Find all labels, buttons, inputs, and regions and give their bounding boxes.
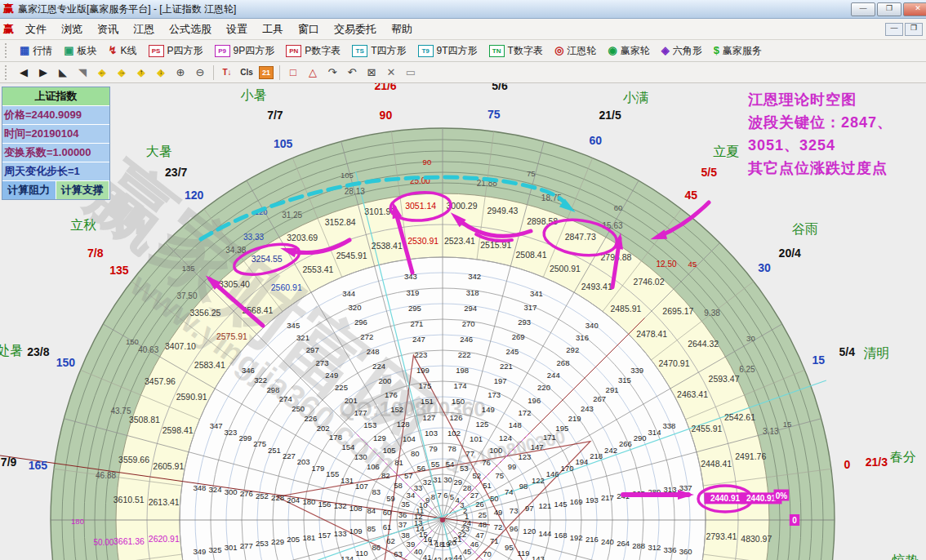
screen-button[interactable]: ▭ [401, 64, 421, 81]
svg-text:53: 53 [460, 464, 469, 473]
toolbar-button-grid[interactable]: ▦行情 [14, 42, 58, 60]
svg-text:2583.41: 2583.41 [194, 360, 225, 370]
svg-text:192: 192 [570, 533, 583, 542]
toolbar-button-hexagon[interactable]: ◈六角形 [656, 42, 708, 60]
toolbar-label: P四方形 [167, 44, 203, 58]
p9-icon: P9 [215, 45, 230, 57]
svg-text:125: 125 [475, 420, 488, 429]
minimize-button[interactable]: — [851, 2, 875, 16]
toolbar-button-kline[interactable]: ↯K线 [103, 42, 143, 60]
calc-support-button[interactable]: 计算支撑 [56, 181, 110, 199]
svg-text:75: 75 [487, 108, 501, 121]
svg-text:101: 101 [470, 434, 483, 443]
square-tool-button[interactable]: □ [283, 64, 303, 81]
mdi-minimize-button[interactable]: — [885, 23, 903, 36]
main-toolbar: ▦行情▣板块↯K线PSP四方形P99P四方形PNP数字表TST四方形T99T四方… [0, 40, 926, 62]
svg-text:272: 272 [360, 332, 373, 341]
svg-text:小暑: 小暑 [241, 88, 267, 102]
menu-items: 文件浏览资讯江恩公式选股设置工具窗口交易委托帮助 [18, 20, 420, 38]
svg-text:2695.17: 2695.17 [662, 306, 693, 316]
svg-text:129: 129 [373, 433, 386, 442]
converge-button[interactable]: ✕ [381, 64, 401, 81]
menu-item-5[interactable]: 设置 [219, 20, 255, 38]
pan-right-button[interactable]: ▶ [33, 64, 53, 81]
toolbar-button-tn[interactable]: TNT数字表 [483, 42, 549, 60]
svg-text:251: 251 [268, 446, 281, 455]
toolbar-button-gann-wheel[interactable]: ◎江恩轮 [549, 42, 602, 60]
menu-item-7[interactable]: 窗口 [291, 20, 327, 38]
svg-text:46: 46 [470, 540, 479, 549]
close-button[interactable]: ✕ [903, 2, 926, 16]
svg-text:337: 337 [679, 483, 692, 492]
svg-text:86: 86 [372, 543, 381, 552]
menu-item-3[interactable]: 江恩 [126, 20, 162, 38]
svg-text:107: 107 [355, 482, 368, 491]
menu-bar: 赢 文件浏览资讯江恩公式选股设置工具窗口交易委托帮助 — ❐ [0, 19, 926, 40]
svg-text:323: 323 [225, 428, 238, 437]
svg-text:3051.14: 3051.14 [405, 201, 436, 211]
svg-text:立秋: 立秋 [70, 218, 96, 232]
step-down-button[interactable]: ◆↓ [151, 64, 171, 81]
mdi-restore-button[interactable]: ❐ [905, 23, 923, 36]
cls-button[interactable]: Cls [237, 64, 256, 81]
svg-text:223: 223 [414, 350, 427, 359]
menu-item-0[interactable]: 文件 [18, 20, 54, 38]
svg-text:296: 296 [354, 318, 367, 327]
menu-item-2[interactable]: 资讯 [90, 20, 126, 38]
toolbar-button-ps[interactable]: PSP四方形 [143, 42, 209, 60]
triangle-tool-button[interactable]: △ [303, 64, 323, 81]
updown-button[interactable]: T↓ [217, 64, 237, 81]
svg-text:3203.69: 3203.69 [287, 233, 318, 242]
svg-text:321: 321 [296, 333, 309, 342]
menu-item-4[interactable]: 公式选股 [162, 20, 219, 38]
svg-text:179: 179 [312, 464, 325, 473]
svg-text:5: 5 [450, 492, 454, 501]
svg-text:75: 75 [527, 169, 536, 178]
svg-text:221: 221 [500, 362, 513, 371]
rotate-cw-button[interactable]: ↷ [323, 64, 342, 81]
toolbar-button-p9[interactable]: P99P四方形 [209, 42, 281, 60]
svg-text:73: 73 [510, 506, 519, 515]
toolbar-button-blocks[interactable]: ▣板块 [58, 42, 102, 60]
toolbar-button-service[interactable]: $赢家服务 [708, 42, 768, 60]
svg-text:222: 222 [458, 350, 471, 359]
pan-left-button[interactable]: ◀ [14, 64, 33, 81]
tri-dark-button[interactable]: ◣ [53, 64, 73, 81]
svg-text:124: 124 [499, 433, 512, 442]
toolbar-button-winner-wheel[interactable]: ◉赢家轮 [602, 42, 655, 60]
svg-text:80: 80 [411, 449, 420, 458]
svg-text:23/8: 23/8 [27, 345, 49, 358]
svg-text:7/8: 7/8 [87, 247, 104, 260]
svg-text:71: 71 [490, 536, 499, 545]
toolbar-button-t9[interactable]: T99T四方形 [412, 42, 483, 60]
svg-text:95: 95 [505, 543, 514, 552]
menu-item-6[interactable]: 工具 [255, 20, 291, 38]
calc-resistance-button[interactable]: 计算阻力 [2, 181, 56, 199]
step-up-button[interactable]: ◆↑ [131, 64, 151, 81]
svg-text:109: 109 [349, 527, 363, 536]
menu-item-9[interactable]: 帮助 [384, 20, 420, 38]
zoom-in-button[interactable]: ⊕ [171, 64, 190, 81]
expand-button[interactable]: ⊠ [362, 64, 381, 81]
zoom-out-button[interactable]: ⊖ [190, 64, 210, 81]
svg-text:57: 57 [404, 471, 413, 480]
step-right-button[interactable]: ◆→ [112, 64, 131, 81]
svg-text:惊蛰: 惊蛰 [892, 553, 919, 560]
svg-text:170: 170 [561, 464, 574, 473]
svg-text:2500.91: 2500.91 [550, 264, 581, 273]
svg-text:21/5: 21/5 [599, 109, 621, 122]
menu-item-8[interactable]: 交易委托 [327, 20, 384, 38]
toolbar-button-pn[interactable]: PNP数字表 [280, 42, 346, 60]
svg-text:144: 144 [538, 529, 551, 538]
svg-text:132: 132 [334, 501, 347, 510]
svg-text:62: 62 [386, 536, 395, 545]
step-left-button[interactable]: ◆← [92, 64, 112, 81]
svg-text:60: 60 [590, 134, 603, 147]
menu-item-1[interactable]: 浏览 [54, 20, 90, 38]
toolbar-button-ts[interactable]: TST四方形 [346, 42, 412, 60]
calendar-button[interactable]: 21 [256, 64, 276, 81]
maximize-button[interactable]: ❐ [877, 2, 902, 16]
svg-text:3.13: 3.13 [763, 427, 779, 436]
tri-gray-button[interactable]: ◥ [73, 64, 92, 81]
rotate-ccw-button[interactable]: ↶ [342, 64, 362, 81]
